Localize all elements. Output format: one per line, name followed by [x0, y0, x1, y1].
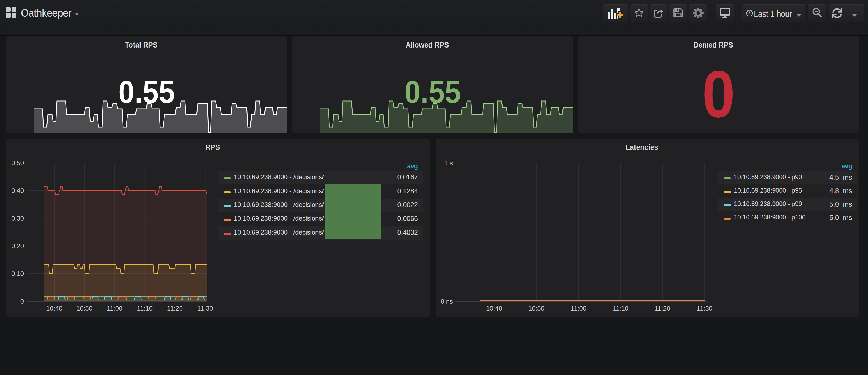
svg-text:10:50: 10:50	[76, 305, 92, 312]
svg-text:11:10: 11:10	[137, 305, 153, 312]
svg-text:11:10: 11:10	[613, 305, 628, 312]
svg-text:10:50: 10:50	[528, 305, 545, 312]
svg-text:11:20: 11:20	[655, 305, 670, 312]
svg-text:11:30: 11:30	[197, 305, 213, 312]
svg-text:11:20: 11:20	[167, 305, 183, 312]
svg-text:11:30: 11:30	[697, 305, 712, 312]
svg-text:0.20: 0.20	[11, 242, 24, 250]
svg-text:10:40: 10:40	[486, 305, 502, 312]
svg-text:0.50: 0.50	[11, 159, 24, 166]
svg-text:0.30: 0.30	[11, 215, 24, 222]
svg-text:0: 0	[21, 298, 24, 305]
svg-text:0.40: 0.40	[11, 187, 24, 194]
svg-text:0.10: 0.10	[11, 270, 24, 277]
svg-text:10:40: 10:40	[46, 305, 62, 312]
svg-text:11:00: 11:00	[571, 305, 586, 312]
svg-text:11:00: 11:00	[107, 305, 122, 312]
svg-text:0 ns: 0 ns	[441, 298, 453, 305]
svg-text:1 s: 1 s	[444, 159, 453, 166]
